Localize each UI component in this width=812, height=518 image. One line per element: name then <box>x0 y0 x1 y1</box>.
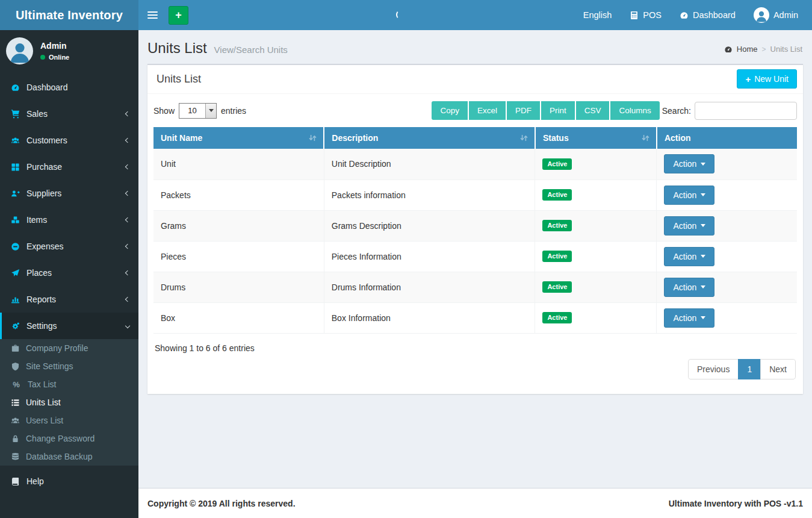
export-button-group: Copy Excel PDF Print CSV Columns <box>432 101 659 120</box>
select-dropdown-arrow-icon[interactable] <box>205 104 216 118</box>
panel-body: Show 10 entries Copy Excel PDF Print <box>147 94 803 394</box>
toolbar-right: Copy Excel PDF Print CSV Columns Search: <box>432 101 797 120</box>
lock-icon <box>11 434 20 443</box>
status-badge: Active <box>542 312 572 323</box>
pdf-button[interactable]: PDF <box>507 101 541 120</box>
description-cell: Pieces Information <box>324 241 535 272</box>
gears-icon <box>11 322 20 331</box>
avatar[interactable] <box>6 37 33 64</box>
nav-pos[interactable]: POS <box>621 0 671 30</box>
sidebar-item-customers[interactable]: Customers <box>0 127 138 154</box>
unit-name-cell: Drums <box>153 272 324 302</box>
page-footer: Copyright © 2019 All rights reserved. Ul… <box>138 488 812 518</box>
units-list-panel: Units List + New Unit Show 10 entries <box>147 64 803 394</box>
status-cell: Active <box>535 210 657 241</box>
status-badge: Active <box>542 158 572 170</box>
sidebar-item-units-list[interactable]: Units List <box>0 393 138 411</box>
quick-add-button[interactable]: + <box>169 6 188 25</box>
sidebar-item-expenses[interactable]: Expenses <box>0 233 138 260</box>
navbar-right-menu: English POS Dashboard Admin <box>574 0 812 30</box>
sidebar-item-help[interactable]: Help <box>0 468 138 495</box>
excel-button[interactable]: Excel <box>469 101 507 120</box>
table-row: Box Box Information Active Action <box>153 302 797 333</box>
action-dropdown-button[interactable]: Action <box>664 308 714 328</box>
panel-header: Units List + New Unit <box>147 65 803 94</box>
pagination-previous[interactable]: Previous <box>688 359 739 379</box>
caret-down-icon <box>701 316 705 322</box>
column-header-unit-name[interactable]: Unit Name <box>153 127 324 149</box>
nav-language-label: English <box>583 10 612 20</box>
sidebar-item-tax-list[interactable]: % Tax List <box>0 375 138 393</box>
sidebar-item-items[interactable]: Items <box>0 207 138 233</box>
content-header: Units List View/Search Units Home > Unit… <box>138 30 812 64</box>
nav-pos-label: POS <box>643 10 662 20</box>
cart-icon <box>11 110 20 119</box>
action-cell: Action <box>657 210 797 241</box>
status-cell: Active <box>535 179 657 210</box>
sidebar-item-dashboard[interactable]: Dashboard <box>0 74 138 101</box>
nav-dashboard[interactable]: Dashboard <box>671 0 745 30</box>
action-cell: Action <box>657 241 797 272</box>
breadcrumb-home[interactable]: Home <box>737 45 758 54</box>
column-header-description[interactable]: Description <box>324 127 535 149</box>
nav-language[interactable]: English <box>574 0 621 30</box>
status-cell: Active <box>535 272 657 302</box>
panel-title: Units List <box>157 73 201 85</box>
sidebar-item-places[interactable]: Places <box>0 260 138 286</box>
search-input[interactable] <box>695 102 797 120</box>
sort-icon <box>519 134 528 143</box>
sidebar-item-settings[interactable]: Settings <box>0 313 138 339</box>
description-cell: Drums Information <box>324 272 535 302</box>
sidebar-item-sales[interactable]: Sales <box>0 101 138 127</box>
sidebar-user-status[interactable]: Online <box>40 54 69 61</box>
action-dropdown-button[interactable]: Action <box>664 216 714 236</box>
minus-circle-icon <box>11 242 20 251</box>
copy-button[interactable]: Copy <box>432 101 469 120</box>
print-button[interactable]: Print <box>541 101 576 120</box>
app-logo[interactable]: Ultimate Inventory <box>0 0 138 30</box>
table-row: Drums Drums Information Active Action <box>153 272 797 302</box>
sidebar-item-purchase[interactable]: Purchase <box>0 154 138 180</box>
entries-info: Showing 1 to 6 of 6 entries <box>155 343 796 353</box>
sidebar-item-company-profile[interactable]: Company Profile <box>0 339 138 357</box>
plus-icon: + <box>175 10 182 20</box>
description-cell: Grams Description <box>324 210 535 241</box>
table-toolbar: Show 10 entries Copy Excel PDF Print <box>153 100 797 127</box>
columns-button[interactable]: Columns <box>610 101 659 120</box>
action-dropdown-button[interactable]: Action <box>664 186 714 205</box>
main-content: Units List View/Search Units Home > Unit… <box>138 30 812 488</box>
plus-icon: + <box>745 75 751 84</box>
database-icon <box>11 452 20 461</box>
nav-dashboard-label: Dashboard <box>693 10 736 20</box>
action-dropdown-button[interactable]: Action <box>664 154 714 173</box>
csv-button[interactable]: CSV <box>576 101 611 120</box>
status-badge: Active <box>542 189 572 201</box>
table-row: Pieces Pieces Information Active Action <box>153 241 797 272</box>
sidebar-user-name: Admin <box>40 41 69 51</box>
sidebar-item-database-backup[interactable]: Database Backup <box>0 448 138 466</box>
new-unit-button[interactable]: + New Unit <box>737 69 797 89</box>
description-cell: Unit Description <box>324 149 535 179</box>
sidebar-item-users-list[interactable]: Users List <box>0 411 138 429</box>
pagination-page-1[interactable]: 1 <box>738 359 761 379</box>
column-header-status[interactable]: Status <box>535 127 657 149</box>
briefcase-icon <box>11 344 20 353</box>
pagination-next[interactable]: Next <box>760 359 796 379</box>
action-dropdown-button[interactable]: Action <box>664 278 714 297</box>
user-avatar-icon <box>754 7 769 23</box>
action-dropdown-button[interactable]: Action <box>664 247 714 266</box>
users-icon <box>11 136 20 145</box>
page-length-select[interactable]: 10 <box>179 103 217 119</box>
sidebar-item-reports[interactable]: Reports <box>0 286 138 313</box>
status-badge: Active <box>542 220 572 231</box>
chevron-left-icon <box>125 217 130 222</box>
caret-down-icon <box>701 193 705 199</box>
sidebar-item-suppliers[interactable]: Suppliers <box>0 180 138 207</box>
unit-name-cell: Unit <box>153 149 324 179</box>
unit-name-cell: Grams <box>153 210 324 241</box>
sidebar-item-change-password[interactable]: Change Password <box>0 429 138 448</box>
sidebar-toggle-button[interactable] <box>138 0 166 30</box>
cubes-icon <box>11 216 20 225</box>
sidebar-item-site-settings[interactable]: Site Settings <box>0 357 138 375</box>
nav-user-menu[interactable]: Admin <box>745 0 807 30</box>
